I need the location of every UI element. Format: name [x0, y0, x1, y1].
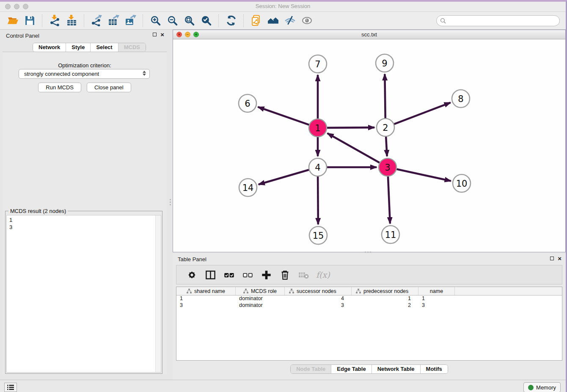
node-table-rows: 1dominator4113dominator323: [176, 295, 562, 309]
table-cell: 1: [352, 295, 418, 302]
memory-label: Memory: [536, 384, 556, 391]
network-canvas[interactable]: 7968124314101511: [173, 39, 565, 252]
mcds-result-area[interactable]: 1 3: [6, 215, 161, 373]
search-input[interactable]: [448, 17, 559, 25]
tab-network-table[interactable]: Network Table: [372, 365, 421, 373]
refresh-view-icon[interactable]: [225, 14, 237, 27]
open-session-icon[interactable]: [6, 14, 19, 27]
control-panel-title: Control Panel: [6, 33, 39, 39]
add-column-icon[interactable]: [260, 268, 272, 281]
import-table-icon[interactable]: [65, 14, 78, 27]
network-resize-handle[interactable]: [363, 251, 372, 253]
graph-edge-1-2[interactable]: [325, 127, 374, 128]
table-cell: 3: [285, 302, 352, 309]
run-mcds-button[interactable]: Run MCDS: [38, 83, 81, 92]
table-cell: 3: [418, 302, 455, 309]
deselect-all-checks-icon[interactable]: [241, 268, 254, 281]
network-window-titlebar[interactable]: × − + scc.txt: [173, 30, 565, 39]
table-panel-tabs: Node Table Edge Table Network Table Moti…: [290, 364, 448, 374]
graph-edge-2-3[interactable]: [386, 135, 387, 156]
search-field[interactable]: [436, 15, 560, 26]
criterion-dropdown[interactable]: strongly connected component: [19, 69, 150, 79]
import-network-icon[interactable]: [48, 14, 61, 27]
tab-network[interactable]: Network: [33, 43, 66, 52]
column-header-name[interactable]: name: [418, 287, 455, 295]
save-session-icon[interactable]: [23, 14, 36, 27]
delete-column-icon[interactable]: [278, 268, 291, 281]
zoom-selected-icon[interactable]: [200, 14, 212, 27]
show-details-eye-icon[interactable]: [300, 14, 313, 27]
mcds-result-title: MCDS result (2 nodes): [8, 208, 68, 214]
graph-node-label: 6: [245, 99, 250, 109]
zoom-fit-icon[interactable]: [183, 14, 195, 27]
graph-node-label: 2: [383, 123, 388, 133]
tab-style[interactable]: Style: [66, 43, 91, 52]
panel-divider-handle[interactable]: [169, 197, 171, 207]
graph-edge-2-9[interactable]: [385, 74, 385, 120]
result-scrollbar[interactable]: [155, 215, 161, 372]
column-header-mcds-role[interactable]: MCDS role: [236, 287, 285, 295]
close-table-panel-icon[interactable]: ×: [558, 256, 561, 261]
graph-node-label: 7: [315, 59, 320, 69]
graph-node-label: 3: [385, 163, 390, 173]
export-table-icon[interactable]: [107, 14, 120, 27]
application-window: Session: New Session Control Panel: [0, 0, 567, 392]
column-type-icon: [243, 289, 248, 294]
mcds-tab-content: Optimization criterion: strongly connect…: [3, 52, 167, 374]
zoom-out-icon[interactable]: [166, 14, 179, 27]
graph-node-label: 1: [315, 123, 320, 133]
tab-motifs[interactable]: Motifs: [421, 365, 448, 373]
function-builder-icon[interactable]: f(x): [316, 270, 330, 279]
graph-edge-4-14[interactable]: [259, 169, 311, 185]
window-title: Session: New Session: [0, 3, 566, 9]
graph-edge-1-6[interactable]: [258, 107, 311, 126]
delete-table-icon[interactable]: [297, 268, 310, 281]
status-bar: Memory: [0, 380, 566, 392]
column-header-successor-nodes[interactable]: successor nodes: [285, 287, 352, 295]
clone-network-icon[interactable]: [250, 14, 262, 27]
split-columns-icon[interactable]: [204, 268, 217, 281]
tab-select[interactable]: Select: [91, 43, 118, 52]
column-header-filler: [455, 287, 562, 295]
graph-edge-2-8[interactable]: [392, 102, 451, 125]
main-toolbar: [0, 12, 566, 30]
graph-node-label: 14: [242, 183, 254, 193]
column-type-icon: [187, 289, 192, 294]
settings-gear-icon[interactable]: [185, 268, 198, 281]
column-header-predecessor-nodes[interactable]: predecessor nodes: [352, 287, 418, 295]
table-cell: 4: [285, 295, 352, 302]
mcds-result-text: 1 3: [9, 216, 12, 231]
list-icon: [7, 384, 14, 391]
float-panel-icon[interactable]: [153, 33, 157, 36]
eye-slash-icon[interactable]: [284, 14, 296, 27]
toolbar-separator: [84, 14, 84, 27]
export-image-icon[interactable]: [124, 14, 137, 27]
graph-edge-3-10[interactable]: [395, 169, 451, 181]
graph-edge-3-11[interactable]: [388, 174, 390, 224]
graph-edge-4-15[interactable]: [318, 174, 318, 224]
task-history-button[interactable]: [4, 383, 17, 392]
table-cell: 1: [176, 295, 236, 302]
tab-node-table[interactable]: Node Table: [291, 365, 331, 373]
graph-edge-3-1[interactable]: [328, 133, 382, 164]
table-cell: dominator: [236, 295, 285, 302]
table-row[interactable]: 3dominator323: [176, 302, 562, 309]
home-layout-icon[interactable]: [267, 14, 279, 27]
column-header-shared-name[interactable]: shared name: [176, 287, 236, 295]
memory-button[interactable]: Memory: [523, 382, 561, 392]
close-panel-button[interactable]: Close panel: [87, 83, 131, 92]
float-table-panel-icon[interactable]: [550, 257, 554, 260]
table-toolbar: f(x): [176, 265, 562, 284]
toolbar-separator: [42, 14, 42, 27]
toolbar-separator: [218, 14, 219, 27]
select-all-checks-icon[interactable]: [223, 268, 235, 281]
control-panel: Control Panel × Network Style Select MCD…: [0, 30, 169, 374]
tab-mcds[interactable]: MCDS: [118, 43, 146, 52]
graph-node-label: 11: [385, 230, 396, 240]
tab-edge-table[interactable]: Edge Table: [331, 365, 372, 373]
export-network-icon[interactable]: [90, 14, 103, 27]
close-panel-icon[interactable]: ×: [160, 32, 164, 37]
table-row[interactable]: 1dominator411: [176, 295, 562, 302]
zoom-in-icon[interactable]: [149, 14, 162, 27]
column-type-icon: [289, 289, 294, 294]
